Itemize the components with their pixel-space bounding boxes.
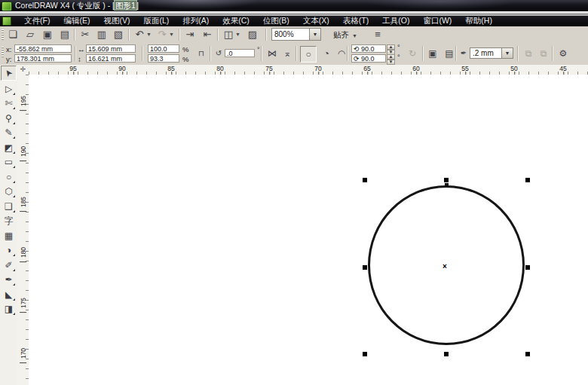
redo-icon[interactable]: ↷ bbox=[155, 28, 169, 41]
snap-dropdown-arrow[interactable]: ▼ bbox=[352, 33, 357, 38]
menu-item-4[interactable]: 排列(A) bbox=[176, 15, 216, 27]
to-front-icon[interactable]: ⧉ bbox=[522, 47, 535, 60]
smart-fill-tool[interactable]: ◩ bbox=[2, 141, 16, 154]
crop-tool[interactable]: ✄ bbox=[2, 96, 16, 110]
x-position-field[interactable]: -55.862 mm bbox=[14, 44, 72, 53]
outline-width-combo[interactable]: .2 mm ▼ bbox=[470, 47, 513, 59]
mirror-horizontal-icon[interactable]: ⋈ bbox=[265, 47, 279, 60]
ellipse-tool[interactable]: ○ bbox=[2, 170, 16, 184]
menu-item-2[interactable]: 视图(V) bbox=[96, 15, 136, 27]
convert-to-curves-icon[interactable]: ▣ bbox=[426, 47, 439, 60]
selection-handle-2-2[interactable] bbox=[525, 352, 530, 356]
vertical-ruler[interactable]: 195190185180175170 bbox=[17, 75, 29, 385]
pick-tool-glyph: ➤ bbox=[1, 66, 17, 81]
selection-handle-1-2[interactable] bbox=[525, 265, 530, 270]
quick-customize-icon[interactable]: ⚙ bbox=[556, 47, 570, 60]
rotation-angle-field[interactable]: .0 bbox=[225, 49, 255, 57]
blend-tool[interactable]: ◑ bbox=[2, 243, 16, 257]
interactive-fill-tool[interactable]: ◨ bbox=[2, 302, 16, 316]
redo-dropdown-arrow[interactable]: ▼ bbox=[168, 28, 175, 41]
scale-vertical-field[interactable]: 93.3 bbox=[148, 54, 179, 63]
vruler-label-190: 190 bbox=[20, 146, 27, 157]
pick-tool[interactable]: ➤ bbox=[1, 66, 17, 81]
export-icon[interactable]: ⇤ bbox=[201, 28, 214, 41]
freehand-tool[interactable]: ✎ bbox=[2, 126, 16, 139]
outline-tool[interactable]: ✒ bbox=[2, 273, 16, 286]
object-width-field[interactable]: 15.609 mm bbox=[86, 44, 136, 53]
hruler-label-70: 70 bbox=[314, 65, 321, 72]
to-back-icon[interactable]: ⧉ bbox=[537, 47, 550, 60]
menu-item-6[interactable]: 位图(B) bbox=[256, 15, 296, 27]
application-launcher-dropdown-arrow[interactable]: ▼ bbox=[234, 28, 241, 41]
toolbox: ➤▷✄⚲✎◩▭○⬡❑字▦◑✐✒◣◨ bbox=[0, 65, 18, 385]
zoom-level-dropdown-arrow[interactable]: ▼ bbox=[309, 29, 320, 40]
options-icon[interactable]: ≡ bbox=[371, 28, 384, 41]
menu-item-10[interactable]: 窗口(W) bbox=[416, 15, 458, 27]
polygon-tool[interactable]: ⬡ bbox=[2, 185, 16, 198]
hruler-label-90: 90 bbox=[118, 65, 125, 72]
wrap-paragraph-text-icon[interactable]: ▤ bbox=[443, 47, 456, 60]
menu-item-5[interactable]: 效果(C) bbox=[216, 15, 256, 27]
rectangle-tool[interactable]: ▭ bbox=[2, 155, 16, 169]
pie-button[interactable]: ◔ bbox=[320, 47, 333, 60]
document-control-icon[interactable] bbox=[2, 17, 11, 26]
open-icon[interactable]: ▱ bbox=[23, 28, 37, 41]
snap-to-button[interactable]: 贴齐▼ bbox=[330, 28, 360, 41]
menu-item-11[interactable]: 帮助(H) bbox=[458, 15, 499, 27]
shape-tool[interactable]: ▷ bbox=[2, 82, 16, 96]
object-height-field[interactable]: 16.621 mm bbox=[86, 54, 136, 63]
basic-shapes-tool[interactable]: ❑ bbox=[2, 200, 16, 213]
copy-icon[interactable]: ▥ bbox=[95, 28, 109, 41]
cut-icon[interactable]: ✂ bbox=[78, 28, 92, 41]
import-icon[interactable]: ⇥ bbox=[183, 28, 197, 41]
menu-item-9[interactable]: 工具(O) bbox=[375, 15, 416, 27]
text-tool[interactable]: 字 bbox=[2, 214, 16, 228]
fill-tool[interactable]: ◣ bbox=[2, 288, 16, 301]
mirror-vertical-icon[interactable]: ⌅ bbox=[280, 47, 294, 60]
property-bar: x: y: -55.862 mm 178.301 mm ↔ ↕ 15.609 m… bbox=[0, 43, 588, 66]
save-icon[interactable]: ▣ bbox=[41, 28, 54, 41]
menu-item-7[interactable]: 文本(X) bbox=[296, 15, 336, 27]
horizontal-ruler[interactable]: 9590858075706560555045 bbox=[29, 65, 588, 75]
selection-handle-1-0[interactable] bbox=[363, 265, 367, 270]
undo-icon[interactable]: ↶ bbox=[133, 28, 146, 41]
new-document-icon[interactable]: ❏ bbox=[6, 28, 20, 41]
outline-width-dropdown-arrow[interactable]: ▼ bbox=[501, 48, 513, 58]
selection-handle-2-0[interactable] bbox=[363, 352, 367, 356]
ellipse-button[interactable]: ○ bbox=[300, 46, 317, 63]
end-angle-field[interactable]: ⟳ 90.0 bbox=[351, 54, 386, 63]
start-angle-spinner[interactable]: ▲▼ bbox=[387, 44, 395, 53]
selection-center-marker[interactable]: × bbox=[443, 262, 447, 270]
print-icon[interactable]: ▤ bbox=[58, 28, 72, 41]
paste-icon[interactable]: ▧ bbox=[112, 28, 125, 41]
ruler-origin[interactable]: ✛ bbox=[17, 65, 29, 75]
menu-item-8[interactable]: 表格(T) bbox=[336, 15, 375, 27]
menu-item-3[interactable]: 版面(L) bbox=[136, 15, 176, 27]
hruler-label-85: 85 bbox=[167, 65, 174, 72]
selection-handle-0-0[interactable] bbox=[363, 178, 367, 182]
selection-handle-0-1[interactable] bbox=[444, 178, 449, 182]
rotation-icon: ↺ bbox=[214, 47, 223, 60]
propbar-grip[interactable] bbox=[2, 47, 4, 57]
menu-item-0[interactable]: 文件(F) bbox=[17, 15, 57, 27]
application-launcher-icon[interactable]: ◫ bbox=[222, 28, 235, 41]
start-angle-field[interactable]: ⟲ 90.0 bbox=[351, 44, 386, 53]
drawing-canvas[interactable]: × bbox=[29, 75, 588, 385]
undo-dropdown-arrow[interactable]: ▼ bbox=[145, 28, 152, 41]
lock-ratio-icon[interactable]: ⊓ bbox=[194, 47, 208, 60]
selection-handle-0-2[interactable] bbox=[525, 178, 530, 182]
zoom-level-combo[interactable]: 800% ▼ bbox=[271, 28, 321, 41]
corel-online-icon[interactable]: ▨ bbox=[246, 28, 259, 41]
scale-horizontal-field[interactable]: 100.0 bbox=[148, 44, 179, 53]
end-angle-spinner[interactable]: ▲▼ bbox=[387, 54, 395, 63]
menu-item-1[interactable]: 编辑(E) bbox=[57, 15, 96, 27]
y-position-field[interactable]: 178.301 mm bbox=[14, 54, 72, 63]
change-direction-icon[interactable]: ↻ bbox=[406, 47, 419, 60]
selection-handle-2-1[interactable] bbox=[444, 352, 449, 356]
table-tool[interactable]: ▦ bbox=[2, 229, 16, 243]
eyedropper-tool[interactable]: ✐ bbox=[2, 258, 16, 272]
toolbar-grip[interactable] bbox=[2, 29, 4, 40]
title-bar[interactable]: CorelDRAW X4 ( 专业版 ) - [图形1] bbox=[0, 0, 588, 11]
zoom-tool[interactable]: ⚲ bbox=[2, 112, 16, 125]
circle-top-node[interactable] bbox=[445, 183, 449, 187]
